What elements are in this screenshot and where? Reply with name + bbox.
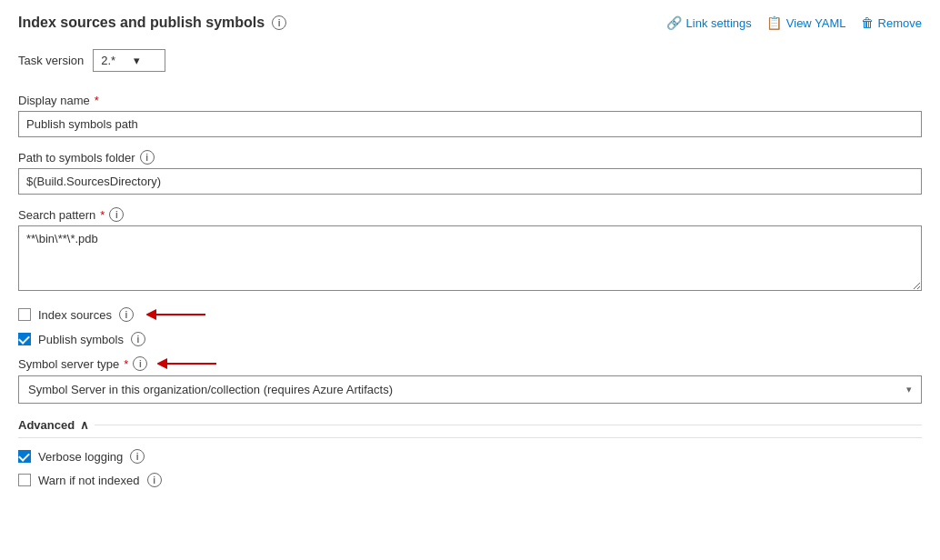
yaml-icon: 📋 — [766, 15, 782, 30]
warn-if-not-indexed-label[interactable]: Warn if not indexed — [38, 474, 140, 487]
publish-symbols-checkbox[interactable] — [18, 333, 31, 345]
symbol-server-type-group: Symbol server type * i Symbol Server in … — [18, 355, 922, 404]
symbol-server-type-label: Symbol server type * i — [18, 355, 922, 372]
search-pattern-label: Search pattern * i — [18, 207, 922, 222]
index-sources-checkbox[interactable] — [18, 308, 31, 321]
symbol-server-chevron-icon: ▾ — [906, 384, 912, 395]
remove-icon: 🗑 — [861, 15, 874, 30]
task-version-chevron: ▾ — [134, 54, 140, 67]
display-name-label: Display name * — [18, 94, 922, 107]
header-row: Index sources and publish symbols i 🔗 Li… — [18, 15, 922, 31]
symbol-server-arrow-svg — [157, 355, 221, 372]
verbose-logging-checkbox[interactable] — [18, 450, 31, 463]
task-version-value: 2.* — [101, 54, 115, 67]
path-to-symbols-group: Path to symbols folder i — [18, 150, 922, 195]
task-version-row: Task version 2.* ▾ — [18, 49, 922, 72]
path-to-symbols-input[interactable] — [18, 168, 922, 195]
warn-if-not-indexed-checkbox[interactable] — [18, 474, 31, 486]
link-icon: 🔗 — [666, 15, 682, 30]
red-arrow-svg — [146, 306, 210, 323]
link-settings-button[interactable]: 🔗 Link settings — [666, 15, 752, 30]
index-sources-info-icon[interactable]: i — [119, 307, 134, 322]
verbose-logging-row: Verbose logging i — [18, 449, 922, 464]
index-sources-row: Index sources i — [18, 306, 922, 323]
advanced-divider — [95, 425, 922, 425]
advanced-header[interactable]: Advanced ∧ — [18, 418, 922, 438]
symbol-server-type-dropdown[interactable]: Symbol Server in this organization/colle… — [18, 375, 922, 404]
publish-symbols-label[interactable]: Publish symbols — [38, 333, 124, 346]
page-title: Index sources and publish symbols — [18, 15, 265, 31]
index-sources-label[interactable]: Index sources — [38, 308, 112, 322]
display-name-group: Display name * — [18, 94, 922, 137]
index-sources-arrow — [146, 306, 210, 323]
search-pattern-info-icon[interactable]: i — [109, 207, 124, 222]
publish-symbols-row: Publish symbols i — [18, 332, 922, 346]
header-actions: 🔗 Link settings 📋 View YAML 🗑 Remove — [666, 15, 922, 30]
warn-not-indexed-info-icon[interactable]: i — [147, 473, 162, 487]
search-pattern-group: Search pattern * i **\bin\**\*.pdb — [18, 207, 922, 294]
advanced-section: Advanced ∧ Verbose logging i Warn if not… — [18, 418, 922, 487]
warn-if-not-indexed-row: Warn if not indexed i — [18, 473, 922, 487]
title-info-icon[interactable]: i — [272, 15, 286, 30]
task-version-label: Task version — [18, 54, 84, 67]
display-name-input[interactable] — [18, 111, 922, 137]
header-left: Index sources and publish symbols i — [18, 15, 286, 31]
symbol-server-info-icon[interactable]: i — [133, 356, 147, 371]
path-to-symbols-label: Path to symbols folder i — [18, 150, 922, 165]
path-info-icon[interactable]: i — [140, 150, 155, 165]
search-pattern-textarea[interactable]: **\bin\**\*.pdb — [18, 225, 922, 291]
symbol-server-arrow — [157, 355, 221, 372]
verbose-logging-label[interactable]: Verbose logging — [38, 450, 123, 464]
advanced-chevron-icon: ∧ — [80, 418, 89, 432]
remove-button[interactable]: 🗑 Remove — [861, 15, 922, 30]
verbose-logging-info-icon[interactable]: i — [130, 449, 145, 464]
publish-symbols-info-icon[interactable]: i — [131, 332, 145, 346]
task-version-select[interactable]: 2.* ▾ — [93, 49, 165, 72]
view-yaml-button[interactable]: 📋 View YAML — [766, 15, 846, 30]
